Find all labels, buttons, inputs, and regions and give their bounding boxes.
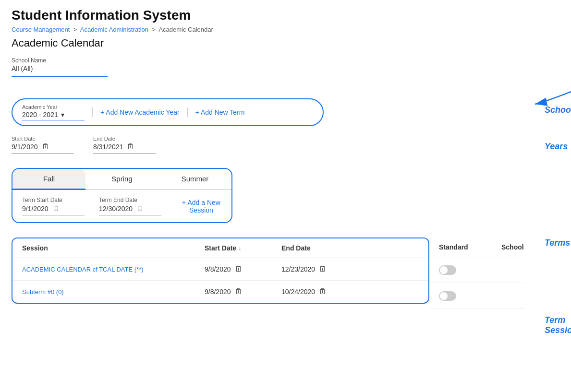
term-start-date-label: Term Start Date <box>22 197 85 203</box>
breadcrumb-academic-administration[interactable]: Academic Administration <box>80 26 148 33</box>
tab-fall[interactable]: Fall <box>12 169 85 190</box>
col-session-header: Session <box>22 244 205 252</box>
session-standard-toggle[interactable] <box>439 265 456 275</box>
subterm-row: Subterm #0 (0) 9/8/2020 🗓 10/24/2020 🗓 <box>12 281 428 303</box>
start-date-field: Start Date 9/1/2020 🗓 <box>12 136 74 154</box>
extra-subterm-row <box>429 283 525 309</box>
school-name-value: All (All) <box>12 65 108 72</box>
subterm-start-cal-icon[interactable]: 🗓 <box>235 287 243 296</box>
academic-year-value: 2020 - 2021 <box>22 111 58 119</box>
term-start-date-value: 9/1/2020 <box>22 205 49 213</box>
session-end-date: 12/23/2020 <box>281 265 315 273</box>
app-title: Student Information System <box>12 8 559 23</box>
end-date-calendar-icon[interactable]: 🗓 <box>127 143 134 151</box>
dropdown-arrow-icon: ▾ <box>61 111 64 119</box>
school-name-section: School Name All (All) <box>12 57 108 77</box>
end-date-value: 8/31/2021 <box>93 143 123 151</box>
term-end-date-label: Term End Date <box>99 197 161 203</box>
school-name-label: School Name <box>12 57 108 64</box>
col-enddate-header: End Date <box>281 244 358 252</box>
add-academic-year-button[interactable]: + Add New Academic Year <box>100 108 180 116</box>
term-end-date-field: Term End Date 12/30/2020 🗓 <box>99 197 161 215</box>
term-end-calendar-icon[interactable]: 🗓 <box>136 204 144 213</box>
term-end-date-value: 12/30/2020 <box>99 205 133 213</box>
annotation-term-sessions: Term Sessions <box>545 315 571 335</box>
end-date-label: End Date <box>93 136 156 142</box>
subterm-end-cal-icon[interactable]: 🗓 <box>319 287 327 296</box>
subterm-link[interactable]: Subterm #0 (0) <box>22 288 64 296</box>
academic-year-label: Academic Year <box>22 104 85 110</box>
col-standard-header: Standard <box>439 243 487 251</box>
breadcrumb: Course Management > Academic Administrat… <box>12 26 559 33</box>
subterm-standard-toggle[interactable] <box>439 291 456 301</box>
tab-spring[interactable]: Spring <box>85 169 158 190</box>
academic-year-row: Academic Year 2020 - 2021 ▾ + Add New Ac… <box>12 98 324 126</box>
tab-summer[interactable]: Summer <box>158 169 231 190</box>
session-start-date: 9/8/2020 <box>205 265 231 273</box>
add-session-button[interactable]: + Add a New Session <box>181 199 222 214</box>
session-end-cal-icon[interactable]: 🗓 <box>319 265 327 273</box>
start-date-label: Start Date <box>12 136 74 142</box>
start-date-calendar-icon[interactable]: 🗓 <box>42 143 49 151</box>
subterm-end-date: 10/24/2020 <box>281 288 315 296</box>
sessions-table: Session Start Date ↓ End Date ACADEMIC C… <box>12 238 429 304</box>
col-startdate-header: Start Date ↓ <box>205 244 281 252</box>
breadcrumb-academic-calendar: Academic Calendar <box>158 26 213 33</box>
session-start-cal-icon[interactable]: 🗓 <box>235 265 243 273</box>
add-new-term-button[interactable]: + Add New Term <box>195 108 245 116</box>
start-date-value: 9/1/2020 <box>12 143 38 151</box>
annotation-terms: Terms <box>545 238 571 248</box>
term-start-calendar-icon[interactable]: 🗓 <box>52 204 60 213</box>
sort-icon: ↓ <box>238 245 241 251</box>
extra-session-row <box>429 257 525 283</box>
session-row: ACADEMIC CALENDAR cf TCAL DATE (**) 9/8/… <box>12 258 428 281</box>
terms-section: Fall Spring Summer Term Start Date 9/1/2… <box>12 168 232 223</box>
breadcrumb-course-management[interactable]: Course Management <box>12 26 70 33</box>
subterm-start-date: 9/8/2020 <box>205 288 231 296</box>
annotation-years: Years <box>545 142 571 152</box>
term-start-date-field: Term Start Date 9/1/2020 🗓 <box>22 197 85 215</box>
page-title: Academic Calendar <box>12 37 559 49</box>
end-date-field: End Date 8/31/2021 🗓 <box>93 136 156 154</box>
academic-year-select[interactable]: Academic Year 2020 - 2021 ▾ <box>22 104 85 120</box>
session-link[interactable]: ACADEMIC CALENDAR cf TCAL DATE (**) <box>22 266 144 273</box>
